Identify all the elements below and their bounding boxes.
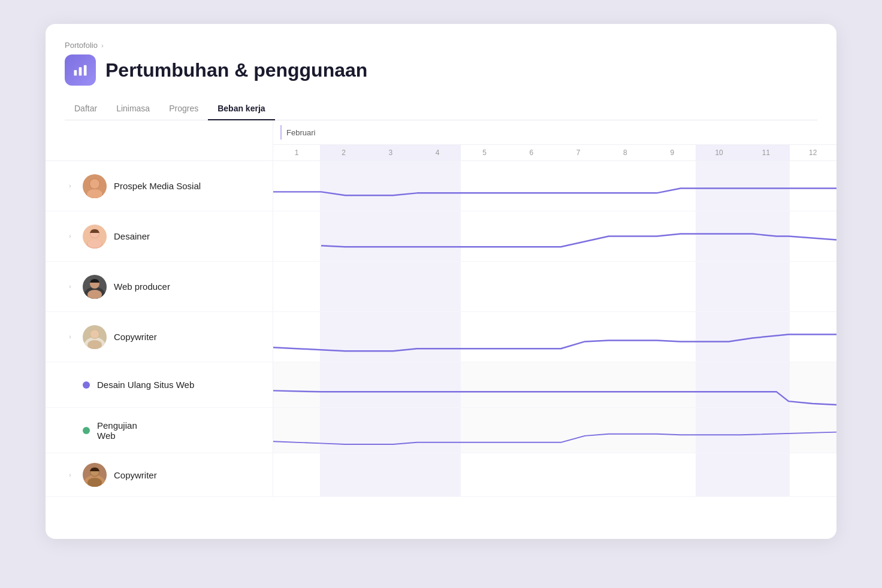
avatar: [83, 275, 107, 299]
day-4: 4: [414, 145, 461, 160]
avatar: [83, 463, 107, 487]
row-label-desainulang: › Desain Ulang Situs Web: [46, 362, 273, 407]
row-label-prospek: › Prospek Media Sosial: [46, 161, 273, 211]
avatar: [83, 325, 107, 349]
row-name-prospek: Prospek Media Sosial: [114, 181, 201, 191]
table-row: › Copywriter: [46, 453, 836, 497]
row-name-webproducer: Web producer: [114, 281, 170, 292]
row-name-desainer: Desainer: [114, 231, 150, 241]
row-chart-copywriter1: [273, 312, 836, 362]
month-row: Februari: [273, 120, 836, 145]
row-name-pengujian: Pengujian Web: [97, 420, 137, 441]
bar-chart-icon: [72, 62, 89, 78]
breadcrumb-chevron: ›: [101, 42, 104, 49]
gantt-timeline-header: Februari 1 2 3 4 5 6 7 8 9 10 11: [273, 120, 836, 160]
table-row: › Copywriter: [46, 312, 836, 362]
day-12: 12: [790, 145, 836, 160]
day-2: 2: [320, 145, 367, 160]
tab-progres[interactable]: Progres: [159, 98, 208, 120]
expand-chevron[interactable]: ›: [65, 231, 75, 242]
day-8: 8: [602, 145, 648, 160]
chart-svg-4: [273, 312, 836, 362]
day-9: 9: [649, 145, 696, 160]
table-row: › Web producer: [46, 262, 836, 312]
row-label-webproducer: › Web producer: [46, 262, 273, 311]
gantt-rows: › Prospek Media Sosial: [46, 161, 836, 497]
expand-chevron[interactable]: ›: [65, 281, 75, 292]
table-row: › Prospek Media Sosial: [46, 161, 836, 211]
row-chart-copywriter2: [273, 453, 836, 496]
tab-linimasa[interactable]: Linimasa: [107, 98, 159, 120]
tab-beban-kerja[interactable]: Beban kerja: [208, 98, 274, 120]
avatar: [83, 174, 107, 198]
chart-svg-6: [273, 408, 836, 453]
avatar: [83, 225, 107, 248]
expand-chevron[interactable]: ›: [65, 332, 75, 343]
row-name-desainulang: Desain Ulang Situs Web: [97, 380, 194, 390]
tabs-bar: Daftar Linimasa Progres Beban kerja: [65, 98, 817, 120]
row-label-copywriter2: › Copywriter: [46, 453, 273, 496]
gantt-wrapper: Februari 1 2 3 4 5 6 7 8 9 10 11: [46, 120, 836, 497]
row-chart-webproducer: [273, 262, 836, 311]
chart-svg-2: [273, 211, 836, 261]
row-chart-desainulang: [273, 362, 836, 407]
folder-icon: [65, 54, 96, 86]
row-name-copywriter1: Copywriter: [114, 332, 157, 342]
chart-svg-1: [273, 161, 836, 211]
day-3: 3: [367, 145, 414, 160]
month-label: Februari: [286, 128, 315, 137]
row-label-pengujian: › Pengujian Web: [46, 408, 273, 453]
svg-point-10: [87, 240, 102, 248]
chart-svg-5: [273, 362, 836, 407]
expand-chevron[interactable]: ›: [65, 469, 75, 480]
main-content: Februari 1 2 3 4 5 6 7 8 9 10 11: [46, 120, 836, 497]
row-chart-prospek: [273, 161, 836, 211]
gantt-label-col-header: [46, 120, 273, 160]
title-row: Pertumbuhan & penggunaan: [65, 54, 817, 86]
header: Portofolio › Pertumbuhan & penggunaan Da…: [46, 24, 836, 120]
svg-rect-0: [74, 70, 77, 75]
table-row: › Pengujian Web: [46, 408, 836, 453]
breadcrumb-text[interactable]: Portofolio: [65, 41, 98, 50]
day-10: 10: [696, 145, 742, 160]
svg-rect-1: [79, 67, 82, 75]
row-chart-pengujian: [273, 408, 836, 453]
svg-rect-2: [84, 65, 87, 76]
day-11: 11: [742, 145, 789, 160]
page-title: Pertumbuhan & penggunaan: [105, 59, 367, 81]
day-6: 6: [508, 145, 555, 160]
main-window: Portofolio › Pertumbuhan & penggunaan Da…: [46, 24, 836, 539]
breadcrumb: Portofolio ›: [65, 41, 817, 50]
row-label-desainer: › Desainer: [46, 211, 273, 261]
row-label-copywriter1: › Copywriter: [46, 312, 273, 362]
project-dot: [83, 381, 90, 389]
month-indicator: Februari: [273, 123, 315, 142]
month-line: [280, 125, 282, 140]
day-7: 7: [555, 145, 602, 160]
tab-daftar[interactable]: Daftar: [65, 98, 107, 120]
day-5: 5: [461, 145, 508, 160]
day-1: 1: [273, 145, 320, 160]
table-row: › Desain Ulang Situs Web: [46, 362, 836, 408]
table-row: › Desainer: [46, 211, 836, 262]
gantt-header: Februari 1 2 3 4 5 6 7 8 9 10 11: [46, 120, 836, 161]
days-row: 1 2 3 4 5 6 7 8 9 10 11 12: [273, 145, 836, 160]
row-chart-desainer: [273, 211, 836, 261]
project-dot: [83, 427, 90, 434]
svg-point-5: [90, 179, 99, 189]
expand-chevron[interactable]: ›: [65, 181, 75, 192]
svg-point-17: [90, 330, 99, 338]
row-name-copywriter2: Copywriter: [114, 470, 157, 480]
